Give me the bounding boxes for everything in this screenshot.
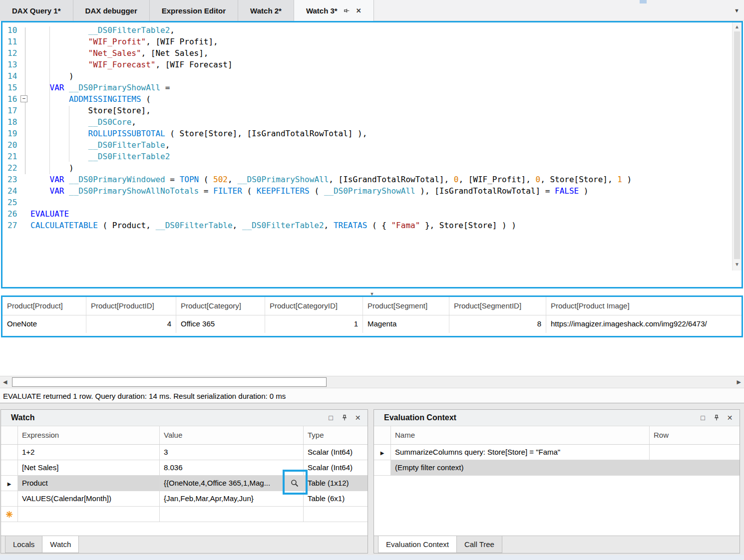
- column-header-name[interactable]: Name: [391, 426, 650, 444]
- code-line: 24 VAR __DS0PrimaryShowAllNoTotals = FIL…: [2, 185, 731, 197]
- code-text: ROLLUPISSUBTOTAL ( Store[Store], [IsGran…: [30, 128, 731, 139]
- watch-row[interactable]: [1, 507, 368, 522]
- watch-row[interactable]: ▶Product{{OneNote,4,Office 365,1,Mag...T…: [1, 476, 368, 491]
- results-column-header: Product[Segment]: [363, 297, 449, 315]
- line-number: 18: [2, 116, 19, 128]
- scroll-right-icon[interactable]: ▶: [737, 379, 741, 385]
- fold-margin: [19, 36, 30, 47]
- watch-value[interactable]: {{OneNote,4,Office 365,1,Mag...: [160, 476, 304, 491]
- pane-splitter[interactable]: ▼: [1, 288, 743, 295]
- pin-icon[interactable]: [710, 414, 723, 421]
- code-line: 17 Store[Store],: [2, 105, 731, 116]
- tab-watch-3[interactable]: Watch 3*✕: [294, 0, 374, 21]
- code-line: 10 __DS0FilterTable2,: [2, 24, 731, 36]
- fold-margin: [19, 128, 30, 139]
- watch-expression[interactable]: [18, 507, 160, 522]
- close-icon[interactable]: ✕: [351, 414, 365, 422]
- column-header-expression[interactable]: Expression: [18, 426, 160, 444]
- code-line: 16− ADDMISSINGITEMS (: [2, 93, 731, 105]
- line-number: 20: [2, 139, 19, 151]
- line-number: 24: [2, 185, 19, 197]
- code-line: 20 __DS0FilterTable,: [2, 139, 731, 151]
- results-cell: 4: [86, 315, 176, 333]
- code-text: VAR __DS0PrimaryShowAllNoTotals = FILTER…: [30, 185, 731, 197]
- watch-value[interactable]: 8.036: [160, 460, 304, 475]
- results-cell: 8: [449, 315, 546, 333]
- line-number: 16: [2, 93, 19, 105]
- context-tab-call-tree[interactable]: Call Tree: [456, 536, 502, 553]
- watch-value[interactable]: [160, 507, 304, 522]
- float-window-icon[interactable]: □: [324, 414, 338, 422]
- fold-margin: [19, 208, 30, 220]
- results-column-header: Product[ProductID]: [86, 297, 176, 315]
- row-header-column: [374, 426, 391, 444]
- code-text: ): [30, 162, 731, 174]
- magnifier-icon[interactable]: [290, 479, 299, 488]
- close-icon[interactable]: ✕: [723, 414, 737, 422]
- watch-value-text: 3: [164, 445, 299, 460]
- watch-value[interactable]: 3: [160, 445, 304, 460]
- watch-row[interactable]: VALUES(Calendar[Month]){Jan,Feb,Mar,Apr,…: [1, 491, 368, 507]
- expand-icon[interactable]: ▶: [380, 450, 384, 456]
- evaluation-context-row[interactable]: (Empty filter context): [374, 460, 740, 476]
- tab-watch-2[interactable]: Watch 2*: [238, 0, 294, 21]
- watch-expression[interactable]: Product: [18, 476, 160, 491]
- tab-list-dropdown-icon[interactable]: ▼: [734, 7, 740, 13]
- bottom-strip: [0, 555, 744, 560]
- horizontal-scrollbar-thumb[interactable]: [12, 377, 327, 387]
- results-cell: OneNote: [2, 315, 86, 333]
- watch-row[interactable]: 1+23Scalar (Int64): [1, 445, 368, 460]
- scroll-down-icon[interactable]: ▼: [733, 262, 742, 267]
- tab-dax-query-1[interactable]: DAX Query 1*: [0, 0, 73, 21]
- scroll-up-icon[interactable]: ▲: [733, 24, 742, 29]
- watch-expression[interactable]: VALUES(Calendar[Month]): [18, 491, 160, 506]
- code-line: 12 "Net_Sales", [Net Sales],: [2, 47, 731, 59]
- results-column-header: Product[Product]: [2, 297, 86, 315]
- column-header-type[interactable]: Type: [304, 426, 368, 444]
- code-line: 22 ): [2, 162, 731, 174]
- code-line: 18 __DS0Core,: [2, 116, 731, 128]
- watch-value[interactable]: {Jan,Feb,Mar,Apr,May,Jun}: [160, 491, 304, 506]
- watch-type: Scalar (Int64): [304, 460, 368, 475]
- line-number: 19: [2, 128, 19, 139]
- tab-dax-debugger[interactable]: DAX debugger: [73, 0, 150, 21]
- watch-row[interactable]: [Net Sales]8.036Scalar (Int64): [1, 460, 368, 476]
- column-header-row[interactable]: Row: [650, 426, 740, 444]
- app-window: DAX Query 1*DAX debuggerExpression Edito…: [0, 0, 744, 560]
- fold-collapse-icon[interactable]: −: [20, 95, 27, 102]
- pin-icon[interactable]: [338, 414, 351, 421]
- fold-margin: [19, 116, 30, 128]
- results-column-header: Product[SegmentID]: [449, 297, 546, 315]
- fold-margin: [19, 105, 30, 116]
- code-line: 11 "WIF_Profit", [WIF Profit],: [2, 36, 731, 47]
- watch-row-head: [1, 460, 18, 475]
- code-text: __DS0Core,: [30, 116, 731, 128]
- watch-expression[interactable]: 1+2: [18, 445, 160, 460]
- editor-vertical-scrollbar[interactable]: ▲ ▼: [732, 22, 742, 271]
- watch-tab-watch[interactable]: Watch: [42, 536, 79, 553]
- dax-code-editor[interactable]: 10 __DS0FilterTable2,11 "WIF_Profit", [W…: [1, 21, 743, 288]
- column-header-value[interactable]: Value: [160, 426, 304, 444]
- code-text: ): [30, 70, 731, 82]
- tab-expression-editor[interactable]: Expression Editor: [150, 0, 238, 21]
- fold-margin: −: [19, 93, 30, 105]
- code-line: 27CALCULATETABLE ( Product, __DS0FilterT…: [2, 220, 731, 231]
- float-window-icon[interactable]: □: [696, 414, 710, 422]
- close-tab-icon[interactable]: ✕: [356, 7, 362, 14]
- tab-label: Expression Editor: [162, 6, 226, 15]
- results-horizontal-scrollbar[interactable]: ◀ ▶: [0, 376, 744, 388]
- watch-expression[interactable]: [Net Sales]: [18, 460, 160, 475]
- scroll-left-icon[interactable]: ◀: [3, 379, 7, 385]
- context-tab-evaluation-context[interactable]: Evaluation Context: [378, 536, 457, 553]
- vertical-scrollbar-thumb[interactable]: [734, 31, 740, 259]
- line-number: 21: [2, 151, 19, 162]
- evaluation-context-panel-title: Evaluation Context: [384, 413, 696, 422]
- fold-margin: [19, 185, 30, 197]
- fold-margin: [19, 174, 30, 185]
- pin-icon[interactable]: [344, 7, 350, 14]
- results-data-row[interactable]: OneNote4Office 3651Magenta8https://imagi…: [2, 315, 742, 333]
- evaluation-context-row[interactable]: ▶SummarizeColumns query: Store[Store] = …: [374, 445, 740, 460]
- watch-tab-locals[interactable]: Locals: [5, 536, 42, 553]
- expand-icon[interactable]: ▶: [7, 481, 11, 487]
- watch-bottom-tab-strip: LocalsWatch: [1, 536, 368, 553]
